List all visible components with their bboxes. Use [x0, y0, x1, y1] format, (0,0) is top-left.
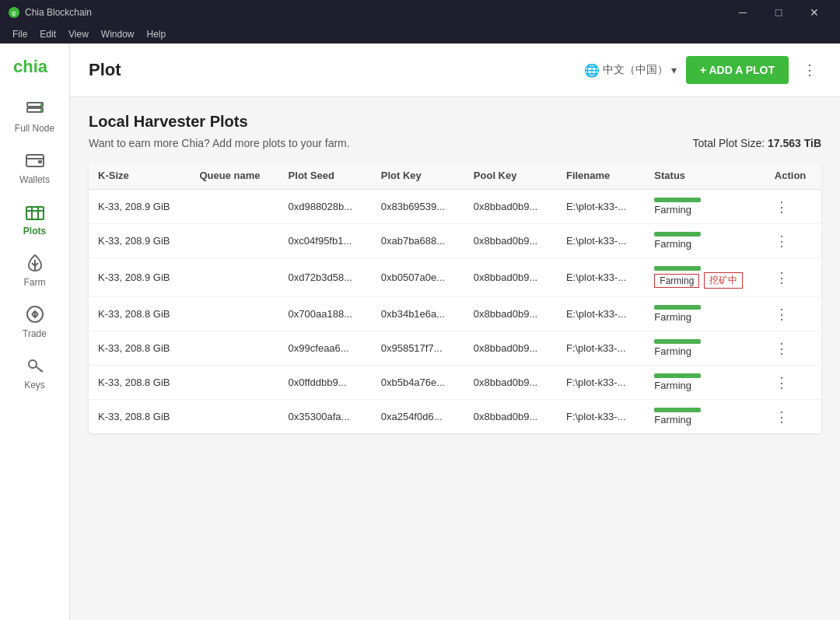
language-selector[interactable]: 🌐 中文（中国） ▾	[584, 63, 677, 78]
cell-queue	[190, 331, 278, 366]
menu-edit[interactable]: Edit	[33, 25, 62, 44]
row-action-button[interactable]: ⋮	[775, 233, 789, 249]
cell-action[interactable]: ⋮	[765, 366, 821, 400]
menu-window[interactable]: Window	[95, 25, 141, 44]
cell-ksize: K-33, 208.9 GiB	[89, 190, 190, 224]
translate-icon: 🌐	[584, 63, 600, 78]
cell-filename: E:\plot-k33-...	[557, 190, 645, 224]
main-layout: chia Full Node	[0, 44, 840, 620]
cell-ksize: K-33, 208.8 GiB	[89, 400, 190, 434]
sidebar-label-wallets: Wallets	[19, 174, 50, 185]
svg-point-6	[40, 109, 42, 111]
cell-pool-key: 0x8bbad0b9...	[464, 297, 557, 331]
status-text: Farming	[654, 345, 755, 357]
header-actions: 🌐 中文（中国） ▾ + ADD A PLOT ⋮	[584, 56, 821, 84]
cell-action[interactable]: ⋮	[765, 190, 821, 224]
cell-status: Farming 挖矿中 已经播种好的P盘文件	[645, 258, 765, 297]
cell-ksize: K-33, 208.8 GiB	[89, 366, 190, 400]
cell-queue	[190, 190, 278, 224]
full-node-icon	[24, 98, 46, 120]
row-action-button[interactable]: ⋮	[775, 306, 789, 322]
cell-filename: E:\plot-k33-...	[557, 297, 645, 331]
svg-rect-8	[38, 160, 42, 163]
cell-filename: E:\plot-k33-...	[557, 258, 645, 297]
cell-plot-key: 0xb0507a0e...	[372, 258, 464, 297]
row-action-button[interactable]: ⋮	[775, 409, 789, 425]
cell-plot-seed: 0x0ffddbb9...	[279, 366, 372, 400]
sidebar-item-plots[interactable]: Plots	[4, 194, 66, 243]
cell-action[interactable]: ⋮	[765, 297, 821, 331]
cell-plot-seed: 0x35300afa...	[279, 400, 372, 434]
cell-pool-key: 0x8bbad0b9...	[464, 366, 557, 400]
sidebar-item-wallets[interactable]: Wallets	[4, 143, 66, 191]
maximize-button[interactable]: □	[761, 0, 796, 25]
col-filename: Filename	[557, 162, 645, 190]
col-plot-seed: Plot Seed	[279, 162, 372, 190]
total-value: 17.563 TiB	[768, 137, 821, 149]
table-row: K-33, 208.8 GiB 0x700aa188... 0xb34b1e6a…	[89, 297, 821, 331]
status-bar	[654, 266, 701, 271]
plots-icon	[24, 201, 46, 222]
svg-text:c: c	[12, 9, 16, 17]
cell-queue	[190, 400, 278, 434]
sidebar-item-farm[interactable]: Farm	[4, 246, 66, 294]
minimize-button[interactable]: ─	[725, 0, 761, 25]
cell-action[interactable]: ⋮	[765, 258, 821, 297]
table-row: K-33, 208.8 GiB 0x35300afa... 0xa254f0d6…	[89, 400, 821, 434]
cell-status: Farming	[645, 297, 765, 331]
cell-action[interactable]: ⋮	[765, 331, 821, 366]
more-options-button[interactable]: ⋮	[798, 57, 821, 83]
chia-logo: chia	[12, 51, 58, 82]
cell-status: Farming	[645, 366, 765, 400]
cell-action[interactable]: ⋮	[765, 224, 821, 258]
menu-file[interactable]: File	[6, 25, 33, 44]
cell-ksize: K-33, 208.9 GiB	[89, 224, 190, 258]
row-action-button[interactable]: ⋮	[775, 270, 789, 285]
row-action-button[interactable]: ⋮	[775, 375, 789, 391]
app-icon: c	[8, 6, 20, 19]
sidebar-label-trade: Trade	[23, 328, 47, 339]
row-action-button[interactable]: ⋮	[775, 341, 789, 356]
cell-plot-key: 0xab7ba688...	[372, 224, 464, 258]
sidebar-item-full-node[interactable]: Full Node	[4, 92, 66, 140]
svg-text:chia: chia	[13, 57, 48, 76]
status-text: Farming	[654, 380, 755, 391]
keys-icon	[24, 355, 46, 377]
menu-help[interactable]: Help	[141, 25, 173, 44]
cell-plot-seed: 0xd988028b...	[279, 190, 372, 224]
add-plot-button[interactable]: + ADD A PLOT	[686, 56, 789, 84]
total-label: Total Plot Size:	[692, 137, 765, 149]
page-title: Plot	[89, 60, 121, 80]
sidebar-item-keys[interactable]: Keys	[4, 349, 66, 397]
cell-status: Farming	[645, 190, 765, 224]
cell-queue	[190, 297, 278, 331]
sidebar-item-trade[interactable]: Trade	[4, 297, 66, 345]
farm-icon	[24, 252, 46, 274]
cell-action[interactable]: ⋮	[765, 400, 821, 434]
close-button[interactable]: ✕	[796, 0, 832, 25]
status-bar	[654, 339, 701, 344]
row-action-button[interactable]: ⋮	[775, 199, 789, 215]
menu-view[interactable]: View	[62, 25, 95, 44]
table-row: K-33, 208.8 GiB 0x0ffddbb9... 0xb5b4a76e…	[89, 366, 821, 400]
status-text: Farming	[654, 204, 755, 215]
farming-badge: Farming	[654, 274, 699, 288]
cell-status: Farming	[645, 224, 765, 258]
status-bar	[654, 305, 701, 310]
plots-table: K-Size Queue name Plot Seed Plot Key Poo…	[89, 162, 821, 433]
status-cell: Farming	[654, 232, 755, 250]
cell-filename: F:\plot-k33-...	[557, 331, 645, 366]
cell-status: Farming	[645, 400, 765, 434]
sidebar-label-farm: Farm	[24, 277, 46, 288]
cell-filename: F:\plot-k33-...	[557, 400, 645, 434]
col-status: Status	[645, 162, 765, 190]
cell-pool-key: 0x8bbad0b9...	[464, 331, 557, 366]
cell-plot-seed: 0x99cfeaa6...	[279, 331, 372, 366]
table-row: K-33, 208.9 GiB 0xd988028b... 0x83b69539…	[89, 190, 821, 224]
cell-plot-key: 0xb34b1e6a...	[372, 297, 464, 331]
status-text: Farming	[654, 414, 755, 426]
status-bar	[654, 408, 701, 412]
cell-plot-seed: 0xc04f95fb1...	[279, 224, 372, 258]
section-title: Local Harvester Plots	[89, 113, 821, 131]
status-cell: Farming	[654, 373, 755, 391]
